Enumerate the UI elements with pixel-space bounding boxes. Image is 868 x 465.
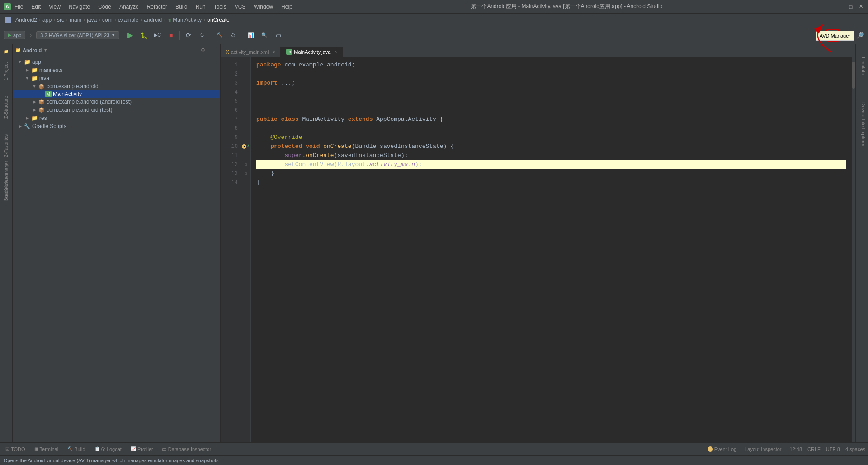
tree-arrow-java: ▼ (24, 76, 31, 81)
minimize-button[interactable]: ─ (837, 3, 844, 10)
layout-inspector-btn[interactable]: 🔍 (258, 29, 271, 42)
breadcrumb-app[interactable]: app (42, 17, 52, 23)
code-line-6 (256, 106, 846, 115)
code-line-4 (256, 88, 846, 97)
breadcrumb-oncreate[interactable]: onCreate (207, 17, 229, 23)
breadcrumb-example[interactable]: example (118, 17, 138, 23)
database-inspector-btn[interactable]: 🗃 (272, 29, 284, 42)
gradle-button[interactable]: G (196, 29, 208, 42)
code-lines[interactable]: package com.example.android; import ...; (251, 57, 852, 442)
tree-item-package[interactable]: ▼ 📦 com.example.android (13, 82, 220, 90)
menu-tools[interactable]: Tools (210, 3, 230, 11)
sync-button[interactable]: ⟳ (182, 29, 195, 42)
device-selector[interactable]: ▶ app (4, 31, 25, 39)
run-button[interactable]: ▶ (124, 29, 137, 42)
tree-item-androidtest[interactable]: ▶ 📦 com.example.android (androidTest) (13, 98, 220, 106)
menu-edit[interactable]: Edit (28, 3, 44, 11)
tree-item-java[interactable]: ▼ 📁 java (13, 74, 220, 82)
profiler-button[interactable]: 📊 (245, 29, 257, 42)
title-bar-left: A (4, 3, 11, 10)
toolbar-sep-3 (242, 31, 242, 40)
tree-item-mainactivity[interactable]: M MainActivity (13, 90, 220, 98)
panel-actions: ⚙ – (198, 46, 217, 55)
menu-run[interactable]: Run (192, 3, 209, 11)
bottom-notification: Opens the Android virtual device (AVD) m… (0, 455, 868, 465)
layout-inspector-tool[interactable]: Layout Inspector (742, 446, 784, 453)
tab-mainactivity-java[interactable]: m MainActivity.java × (281, 47, 343, 57)
project-strip-btn[interactable]: 📁 (1, 46, 12, 57)
device-file-explorer-tab[interactable]: Device File Explorer (859, 100, 868, 149)
search-everywhere-button[interactable]: 🔎 (854, 29, 866, 42)
panel-title: Android (23, 47, 42, 53)
tree-item-app[interactable]: ▼ 📁 app (13, 58, 220, 66)
breadcrumb-mainactivity[interactable]: m MainActivity (167, 17, 202, 23)
logcat-tool[interactable]: 📋 6: Logcat (92, 446, 124, 453)
breadcrumb-main[interactable]: main (70, 17, 81, 23)
status-crlf: CRLF (807, 446, 821, 452)
breadcrumb-android2[interactable]: Android2 (15, 17, 37, 23)
tab-close-java[interactable]: × (334, 49, 337, 54)
profiler-tool[interactable]: 📈 Profiler (128, 446, 156, 453)
code-line-12: setContentView(R.layout.activity_main); (256, 160, 846, 169)
vertical-scrollbar[interactable] (852, 57, 855, 442)
tree-arrow-res: ▶ (24, 116, 31, 120)
stop-button[interactable]: ■ (165, 29, 177, 42)
build-icon: 🔨 (67, 446, 73, 451)
folder-icon-res: 📁 (31, 114, 38, 122)
tab-close-xml[interactable]: × (272, 50, 275, 55)
title-bar: A File Edit View Navigate Code Analyze R… (0, 0, 868, 14)
tree-item-gradle[interactable]: ▶ 🔧 Gradle Scripts (13, 122, 220, 130)
tree-arrow-mainactivity (38, 92, 45, 96)
tree-item-manifests[interactable]: ▶ 📁 manifests (13, 66, 220, 74)
avd-selector[interactable]: 3.2 HVGA slider (ADP1) API 23 ▼ (36, 31, 119, 39)
code-editor: X activity_main.xml × m MainActivity.jav… (221, 44, 855, 442)
code-content: 1 2 3 4 5 6 7 8 9 10 11 12 13 14 (221, 57, 855, 442)
left-strip: 📁 1:Project Z-Structure 2-Favorites Buil… (0, 44, 13, 442)
build-tool[interactable]: 🔨 Build (65, 446, 88, 453)
toolbar-sep-2 (211, 31, 211, 40)
emulator-tab[interactable]: Emulator (859, 54, 868, 80)
folder-icon-app: 📁 (24, 58, 31, 66)
menu-vcs[interactable]: VCS (231, 3, 250, 11)
make-button[interactable]: 🔨 (213, 29, 226, 42)
event-log-button[interactable]: ! Event Log (708, 446, 737, 452)
code-line-1: package com.example.android; (256, 61, 846, 70)
rebuild-button[interactable]: ♺ (227, 29, 240, 42)
code-line-3: import ...; (256, 79, 846, 88)
menu-help[interactable]: Help (278, 3, 296, 11)
main-area: 📁 1:Project Z-Structure 2-Favorites Buil… (0, 44, 868, 442)
terminal-tool[interactable]: ▣ Terminal (32, 446, 61, 453)
debug-button[interactable]: 🐛 (137, 29, 150, 42)
tree-item-test[interactable]: ▶ 📦 com.example.android (test) (13, 106, 220, 114)
menu-analyze[interactable]: Analyze (116, 3, 142, 11)
panel-hide[interactable]: – (208, 46, 217, 55)
tab-activity-main-xml[interactable]: X activity_main.xml × (221, 47, 281, 57)
todo-tool[interactable]: ☑ TODO (3, 446, 28, 453)
menu-code[interactable]: Code (94, 3, 115, 11)
code-line-9: @Override (256, 133, 846, 142)
menu-build[interactable]: Build (172, 3, 191, 11)
code-line-13: } (256, 169, 846, 178)
scrollbar-thumb[interactable] (852, 62, 855, 89)
breadcrumb-com[interactable]: com (102, 17, 113, 23)
menu-view[interactable]: View (45, 3, 64, 11)
resource-manager-strip[interactable]: Resource Manager (3, 158, 10, 204)
database-inspector-tool[interactable]: 🗃 Database Inspector (160, 446, 214, 453)
breadcrumb-src[interactable]: src (57, 17, 64, 23)
close-button[interactable]: ✕ (857, 3, 864, 10)
panel-gear[interactable]: ⚙ (198, 46, 208, 55)
menu-file[interactable]: File (11, 3, 27, 11)
breadcrumb-android[interactable]: android (144, 17, 162, 23)
file-tree: ▼ 📁 app ▶ 📁 manifests ▼ 📁 java (13, 56, 220, 442)
run-with-coverage-button[interactable]: ▶C (151, 29, 164, 42)
tree-item-res[interactable]: ▶ 📁 res (13, 114, 220, 122)
menu-window[interactable]: Window (250, 3, 277, 11)
breadcrumb-java[interactable]: java (87, 17, 97, 23)
terminal-icon: ▣ (34, 446, 38, 451)
menu-refactor[interactable]: Refactor (143, 3, 171, 11)
menu-navigate[interactable]: Navigate (65, 3, 94, 11)
bookmark-icon: ● (242, 144, 246, 149)
fold-icon-12: ◻ (245, 160, 247, 169)
project-strip-label[interactable]: 1:Project (2, 60, 10, 84)
restore-button[interactable]: □ (847, 3, 854, 10)
